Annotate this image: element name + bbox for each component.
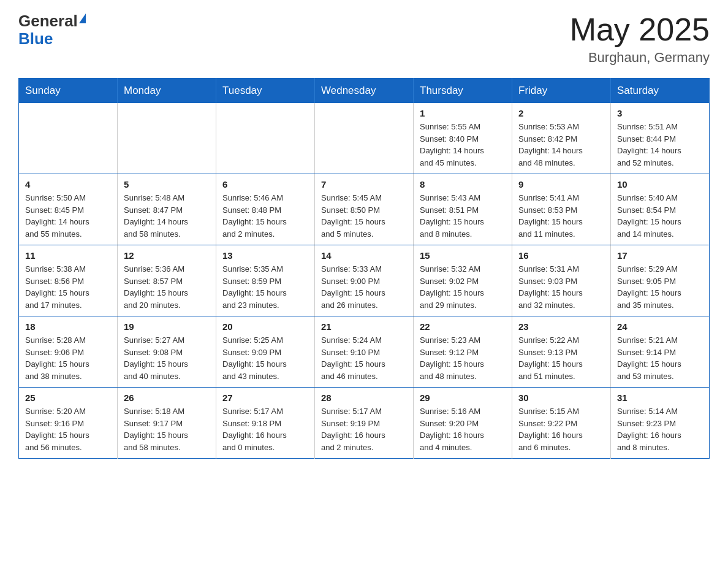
logo-blue-text: Blue — [18, 29, 53, 48]
logo-general-text: General — [18, 12, 78, 30]
calendar-day-cell: 14Sunrise: 5:33 AMSunset: 9:00 PMDayligh… — [315, 245, 414, 316]
calendar-day-cell — [19, 103, 118, 174]
day-info: Sunrise: 5:46 AMSunset: 8:48 PMDaylight:… — [222, 192, 308, 240]
calendar-day-cell: 8Sunrise: 5:43 AMSunset: 8:51 PMDaylight… — [414, 174, 512, 245]
day-info: Sunrise: 5:36 AMSunset: 8:57 PMDaylight:… — [124, 263, 210, 311]
calendar-week-row: 4Sunrise: 5:50 AMSunset: 8:45 PMDaylight… — [19, 174, 710, 245]
calendar-day-cell — [216, 103, 315, 174]
day-info: Sunrise: 5:20 AMSunset: 9:16 PMDaylight:… — [25, 405, 111, 453]
day-info: Sunrise: 5:51 AMSunset: 8:44 PMDaylight:… — [617, 121, 703, 169]
day-number: 10 — [617, 179, 703, 190]
calendar-day-cell: 10Sunrise: 5:40 AMSunset: 8:54 PMDayligh… — [611, 174, 710, 245]
day-number: 21 — [321, 321, 407, 332]
day-number: 20 — [222, 321, 308, 332]
calendar-day-cell: 29Sunrise: 5:16 AMSunset: 9:20 PMDayligh… — [414, 388, 512, 459]
day-info: Sunrise: 5:50 AMSunset: 8:45 PMDaylight:… — [25, 192, 111, 240]
day-info: Sunrise: 5:14 AMSunset: 9:23 PMDaylight:… — [617, 405, 703, 453]
day-info: Sunrise: 5:38 AMSunset: 8:56 PMDaylight:… — [25, 263, 111, 311]
day-info: Sunrise: 5:35 AMSunset: 8:59 PMDaylight:… — [222, 263, 308, 311]
page-header: General Blue May 2025 Burghaun, Germany — [18, 12, 710, 66]
day-of-week-header: Sunday — [19, 79, 118, 104]
day-number: 1 — [420, 108, 506, 118]
day-number: 25 — [25, 393, 111, 403]
day-number: 29 — [420, 393, 506, 403]
day-of-week-header: Thursday — [414, 79, 512, 104]
calendar-day-cell: 13Sunrise: 5:35 AMSunset: 8:59 PMDayligh… — [216, 245, 315, 316]
calendar-day-cell: 26Sunrise: 5:18 AMSunset: 9:17 PMDayligh… — [118, 388, 216, 459]
day-info: Sunrise: 5:55 AMSunset: 8:40 PMDaylight:… — [420, 121, 506, 169]
day-info: Sunrise: 5:27 AMSunset: 9:08 PMDaylight:… — [124, 334, 210, 382]
day-number: 17 — [617, 250, 703, 261]
calendar-day-cell: 2Sunrise: 5:53 AMSunset: 8:42 PMDaylight… — [512, 103, 611, 174]
calendar-day-cell: 1Sunrise: 5:55 AMSunset: 8:40 PMDaylight… — [414, 103, 512, 174]
day-of-week-header: Friday — [512, 79, 611, 104]
calendar-day-cell: 11Sunrise: 5:38 AMSunset: 8:56 PMDayligh… — [19, 245, 118, 316]
day-number: 8 — [420, 179, 506, 190]
day-number: 13 — [222, 250, 308, 261]
calendar-day-cell: 21Sunrise: 5:24 AMSunset: 9:10 PMDayligh… — [315, 316, 414, 388]
day-info: Sunrise: 5:32 AMSunset: 9:02 PMDaylight:… — [420, 263, 506, 311]
day-number: 7 — [321, 179, 407, 190]
calendar-day-cell: 6Sunrise: 5:46 AMSunset: 8:48 PMDaylight… — [216, 174, 315, 245]
day-number: 23 — [518, 321, 604, 332]
calendar-week-row: 18Sunrise: 5:28 AMSunset: 9:06 PMDayligh… — [19, 316, 710, 388]
day-info: Sunrise: 5:53 AMSunset: 8:42 PMDaylight:… — [518, 121, 604, 169]
calendar-day-cell: 23Sunrise: 5:22 AMSunset: 9:13 PMDayligh… — [512, 316, 611, 388]
day-number: 11 — [25, 250, 111, 261]
day-info: Sunrise: 5:45 AMSunset: 8:50 PMDaylight:… — [321, 192, 407, 240]
day-info: Sunrise: 5:23 AMSunset: 9:12 PMDaylight:… — [420, 334, 506, 382]
calendar-day-cell: 17Sunrise: 5:29 AMSunset: 9:05 PMDayligh… — [611, 245, 710, 316]
logo: General Blue — [18, 12, 86, 47]
day-number: 3 — [617, 108, 703, 118]
calendar-day-cell: 19Sunrise: 5:27 AMSunset: 9:08 PMDayligh… — [118, 316, 216, 388]
calendar-day-cell: 16Sunrise: 5:31 AMSunset: 9:03 PMDayligh… — [512, 245, 611, 316]
calendar-day-cell: 3Sunrise: 5:51 AMSunset: 8:44 PMDaylight… — [611, 103, 710, 174]
calendar-table: SundayMondayTuesdayWednesdayThursdayFrid… — [18, 78, 710, 459]
day-info: Sunrise: 5:29 AMSunset: 9:05 PMDaylight:… — [617, 263, 703, 311]
calendar-week-row: 1Sunrise: 5:55 AMSunset: 8:40 PMDaylight… — [19, 103, 710, 174]
calendar-day-cell — [315, 103, 414, 174]
day-info: Sunrise: 5:22 AMSunset: 9:13 PMDaylight:… — [518, 334, 604, 382]
day-number: 2 — [518, 108, 604, 118]
location-label: Burghaun, Germany — [570, 50, 710, 66]
day-number: 19 — [124, 321, 210, 332]
day-info: Sunrise: 5:21 AMSunset: 9:14 PMDaylight:… — [617, 334, 703, 382]
calendar-day-cell: 24Sunrise: 5:21 AMSunset: 9:14 PMDayligh… — [611, 316, 710, 388]
calendar-day-cell: 28Sunrise: 5:17 AMSunset: 9:19 PMDayligh… — [315, 388, 414, 459]
calendar-day-cell: 5Sunrise: 5:48 AMSunset: 8:47 PMDaylight… — [118, 174, 216, 245]
calendar-week-row: 25Sunrise: 5:20 AMSunset: 9:16 PMDayligh… — [19, 388, 710, 459]
day-number: 14 — [321, 250, 407, 261]
day-number: 5 — [124, 179, 210, 190]
calendar-day-cell: 25Sunrise: 5:20 AMSunset: 9:16 PMDayligh… — [19, 388, 118, 459]
day-number: 16 — [518, 250, 604, 261]
title-section: May 2025 Burghaun, Germany — [570, 12, 710, 66]
day-info: Sunrise: 5:43 AMSunset: 8:51 PMDaylight:… — [420, 192, 506, 240]
calendar-day-cell: 22Sunrise: 5:23 AMSunset: 9:12 PMDayligh… — [414, 316, 512, 388]
day-info: Sunrise: 5:31 AMSunset: 9:03 PMDaylight:… — [518, 263, 604, 311]
day-of-week-header: Monday — [118, 79, 216, 104]
day-info: Sunrise: 5:28 AMSunset: 9:06 PMDaylight:… — [25, 334, 111, 382]
day-info: Sunrise: 5:48 AMSunset: 8:47 PMDaylight:… — [124, 192, 210, 240]
calendar-day-cell: 30Sunrise: 5:15 AMSunset: 9:22 PMDayligh… — [512, 388, 611, 459]
calendar-day-cell: 31Sunrise: 5:14 AMSunset: 9:23 PMDayligh… — [611, 388, 710, 459]
day-number: 6 — [222, 179, 308, 190]
calendar-day-cell: 12Sunrise: 5:36 AMSunset: 8:57 PMDayligh… — [118, 245, 216, 316]
calendar-day-cell: 9Sunrise: 5:41 AMSunset: 8:53 PMDaylight… — [512, 174, 611, 245]
day-number: 28 — [321, 393, 407, 403]
calendar-day-cell: 4Sunrise: 5:50 AMSunset: 8:45 PMDaylight… — [19, 174, 118, 245]
day-number: 27 — [222, 393, 308, 403]
day-info: Sunrise: 5:15 AMSunset: 9:22 PMDaylight:… — [518, 405, 604, 453]
day-of-week-header: Saturday — [611, 79, 710, 104]
day-number: 26 — [124, 393, 210, 403]
calendar-day-cell: 27Sunrise: 5:17 AMSunset: 9:18 PMDayligh… — [216, 388, 315, 459]
day-number: 9 — [518, 179, 604, 190]
calendar-day-cell: 15Sunrise: 5:32 AMSunset: 9:02 PMDayligh… — [414, 245, 512, 316]
day-of-week-header: Wednesday — [315, 79, 414, 104]
day-of-week-header: Tuesday — [216, 79, 315, 104]
day-info: Sunrise: 5:16 AMSunset: 9:20 PMDaylight:… — [420, 405, 506, 453]
day-info: Sunrise: 5:25 AMSunset: 9:09 PMDaylight:… — [222, 334, 308, 382]
day-number: 22 — [420, 321, 506, 332]
day-number: 24 — [617, 321, 703, 332]
day-info: Sunrise: 5:18 AMSunset: 9:17 PMDaylight:… — [124, 405, 210, 453]
month-title: May 2025 — [570, 12, 710, 47]
